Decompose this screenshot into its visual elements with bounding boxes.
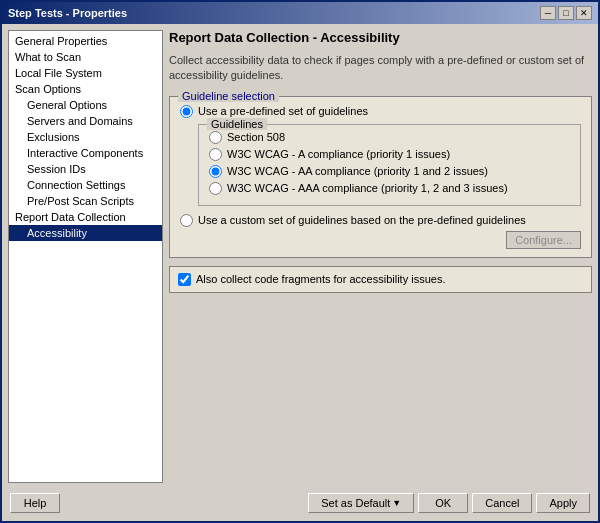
guideline-row-0: Section 508 (209, 131, 570, 144)
sidebar-item-general-properties[interactable]: General Properties (9, 33, 162, 49)
set-as-default-arrow: ▼ (392, 498, 401, 508)
set-as-default-button[interactable]: Set as Default ▼ (308, 493, 414, 513)
use-custom-radio[interactable] (180, 214, 193, 227)
cancel-button[interactable]: Cancel (472, 493, 532, 513)
guideline-legend: Guideline selection (178, 90, 279, 102)
section508-radio[interactable] (209, 131, 222, 144)
right-panel: Report Data Collection - Accessibility C… (169, 30, 592, 483)
window: Step Tests - Properties ─ □ ✕ General Pr… (0, 0, 600, 523)
wcag-aaa-radio[interactable] (209, 182, 222, 195)
use-custom-label: Use a custom set of guidelines based on … (198, 214, 526, 226)
help-button[interactable]: Help (10, 493, 60, 513)
sidebar-item-general-options[interactable]: General Options (9, 97, 162, 113)
panel-subtitle: Collect accessibility data to check if p… (169, 53, 592, 84)
bottom-bar: Help Set as Default ▼ OK Cancel Apply (8, 489, 592, 515)
apply-button[interactable]: Apply (536, 493, 590, 513)
sidebar-item-session-ids[interactable]: Session IDs (9, 161, 162, 177)
sidebar-item-interactive-components[interactable]: Interactive Components (9, 145, 162, 161)
sidebar-item-local-file-system[interactable]: Local File System (9, 65, 162, 81)
window-body: General Properties What to Scan Local Fi… (2, 24, 598, 521)
sidebar-item-report-data-collection[interactable]: Report Data Collection (9, 209, 162, 225)
title-bar: Step Tests - Properties ─ □ ✕ (2, 2, 598, 24)
section508-label: Section 508 (227, 131, 285, 143)
configure-button[interactable]: Configure... (506, 231, 581, 249)
guidelines-inner-group: Guidelines Section 508 W3C WCAG - A comp… (198, 124, 581, 206)
wcag-aa-label: W3C WCAG - AA compliance (priority 1 and… (227, 165, 488, 177)
bottom-left-buttons: Help (10, 493, 60, 513)
use-custom-radio-row: Use a custom set of guidelines based on … (180, 214, 526, 227)
guideline-row-3: W3C WCAG - AAA compliance (priority 1, 2… (209, 182, 570, 195)
use-custom-row: Use a custom set of guidelines based on … (180, 214, 581, 227)
guideline-row-1: W3C WCAG - A compliance (priority 1 issu… (209, 148, 570, 161)
use-predefined-row: Use a pre-defined set of guidelines (180, 105, 581, 118)
guidelines-inner-legend: Guidelines (207, 118, 267, 130)
guideline-row-2: W3C WCAG - AA compliance (priority 1 and… (209, 165, 570, 178)
sidebar-item-what-to-scan[interactable]: What to Scan (9, 49, 162, 65)
bottom-right-buttons: Set as Default ▼ OK Cancel Apply (308, 493, 590, 513)
configure-section: Configure... (180, 231, 581, 249)
guideline-selection-group: Guideline selection Use a pre-defined se… (169, 96, 592, 258)
window-title: Step Tests - Properties (8, 7, 127, 19)
title-bar-buttons: ─ □ ✕ (540, 6, 592, 20)
wcag-aa-radio[interactable] (209, 165, 222, 178)
close-button[interactable]: ✕ (576, 6, 592, 20)
wcag-a-label: W3C WCAG - A compliance (priority 1 issu… (227, 148, 450, 160)
sidebar-item-connection-settings[interactable]: Connection Settings (9, 177, 162, 193)
minimize-button[interactable]: ─ (540, 6, 556, 20)
use-predefined-label: Use a pre-defined set of guidelines (198, 105, 368, 117)
sidebar-item-accessibility[interactable]: Accessibility (9, 225, 162, 241)
wcag-aaa-label: W3C WCAG - AAA compliance (priority 1, 2… (227, 182, 508, 194)
also-collect-checkbox[interactable] (178, 273, 191, 286)
ok-button[interactable]: OK (418, 493, 468, 513)
sidebar-item-scan-options[interactable]: Scan Options (9, 81, 162, 97)
sidebar-item-exclusions[interactable]: Exclusions (9, 129, 162, 145)
sidebar-item-pre-post-scan-scripts[interactable]: Pre/Post Scan Scripts (9, 193, 162, 209)
wcag-a-radio[interactable] (209, 148, 222, 161)
main-content: General Properties What to Scan Local Fi… (8, 30, 592, 483)
use-predefined-radio[interactable] (180, 105, 193, 118)
sidebar-item-servers-and-domains[interactable]: Servers and Domains (9, 113, 162, 129)
panel-title: Report Data Collection - Accessibility (169, 30, 592, 45)
also-collect-label: Also collect code fragments for accessib… (196, 273, 445, 285)
also-collect-row: Also collect code fragments for accessib… (169, 266, 592, 293)
sidebar: General Properties What to Scan Local Fi… (8, 30, 163, 483)
maximize-button[interactable]: □ (558, 6, 574, 20)
